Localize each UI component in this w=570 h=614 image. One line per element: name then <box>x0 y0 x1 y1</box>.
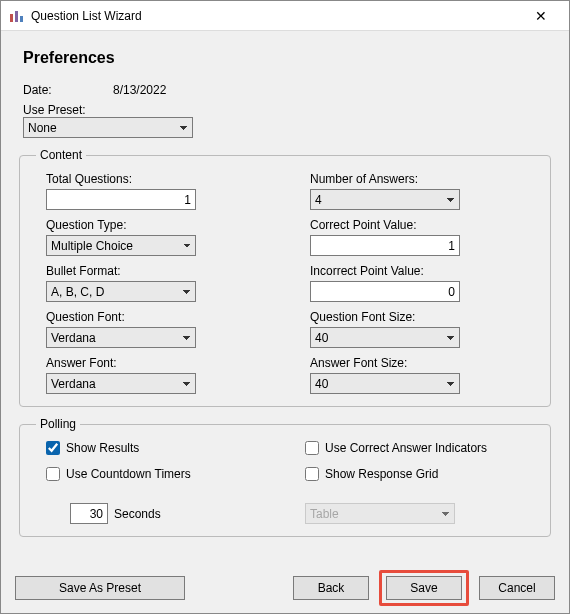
countdown-row[interactable]: Use Countdown Timers <box>46 467 275 481</box>
date-value: 8/13/2022 <box>113 83 166 97</box>
window-title: Question List Wizard <box>31 9 521 23</box>
meta-block: Date: 8/13/2022 Use Preset: None <box>23 83 551 138</box>
answer-font-size-select[interactable]: 40 <box>310 373 460 394</box>
grid-type-select: Table <box>305 503 455 524</box>
titlebar: Question List Wizard ✕ <box>1 1 569 31</box>
date-row: Date: 8/13/2022 <box>23 83 551 97</box>
svg-rect-0 <box>10 14 13 22</box>
incorrect-point-value-input[interactable] <box>310 281 460 302</box>
back-button[interactable]: Back <box>293 576 369 600</box>
number-answers-label: Number of Answers: <box>310 172 534 186</box>
correct-indicators-label: Use Correct Answer Indicators <box>325 441 487 455</box>
question-font-size-select[interactable]: 40 <box>310 327 460 348</box>
content-legend: Content <box>36 148 86 162</box>
incorrect-point-value-label: Incorrect Point Value: <box>310 264 534 278</box>
polling-fieldset: Polling Show Results Use Correct Answer … <box>19 417 551 537</box>
question-font-select[interactable]: Verdana <box>46 327 196 348</box>
polling-legend: Polling <box>36 417 80 431</box>
save-button[interactable]: Save <box>386 576 462 600</box>
question-font-size-label: Question Font Size: <box>310 310 534 324</box>
bullet-format-select[interactable]: A, B, C, D <box>46 281 196 302</box>
page-title: Preferences <box>23 49 551 67</box>
seconds-label: Seconds <box>114 507 161 521</box>
preset-select[interactable]: None <box>23 117 193 138</box>
question-type-select[interactable]: Multiple Choice <box>46 235 196 256</box>
seconds-input[interactable] <box>70 503 108 524</box>
close-button[interactable]: ✕ <box>521 2 561 30</box>
show-results-row[interactable]: Show Results <box>46 441 275 455</box>
preset-label-row: Use Preset: <box>23 103 551 117</box>
save-as-preset-button[interactable]: Save As Preset <box>15 576 185 600</box>
total-questions-label: Total Questions: <box>46 172 270 186</box>
dialog-window: Question List Wizard ✕ Preferences Date:… <box>0 0 570 614</box>
content-area: Preferences Date: 8/13/2022 Use Preset: … <box>1 31 569 563</box>
countdown-label: Use Countdown Timers <box>66 467 191 481</box>
answer-font-label: Answer Font: <box>46 356 270 370</box>
bullet-format-label: Bullet Format: <box>46 264 270 278</box>
number-answers-select[interactable]: 4 <box>310 189 460 210</box>
grid-type-row: Table <box>305 503 534 524</box>
response-grid-checkbox[interactable] <box>305 467 319 481</box>
button-bar: Save As Preset Back Save Cancel <box>1 563 569 613</box>
question-font-label: Question Font: <box>46 310 270 324</box>
correct-indicators-checkbox[interactable] <box>305 441 319 455</box>
correct-point-value-input[interactable] <box>310 235 460 256</box>
content-fieldset: Content Total Questions: Number of Answe… <box>19 148 551 407</box>
answer-font-size-label: Answer Font Size: <box>310 356 534 370</box>
response-grid-label: Show Response Grid <box>325 467 438 481</box>
show-results-label: Show Results <box>66 441 139 455</box>
app-icon <box>9 8 25 24</box>
svg-rect-2 <box>20 16 23 22</box>
question-type-label: Question Type: <box>46 218 270 232</box>
cancel-button[interactable]: Cancel <box>479 576 555 600</box>
answer-font-select[interactable]: Verdana <box>46 373 196 394</box>
save-highlight: Save <box>379 570 469 606</box>
svg-rect-1 <box>15 11 18 22</box>
correct-point-value-label: Correct Point Value: <box>310 218 534 232</box>
seconds-row: Seconds <box>46 503 275 524</box>
countdown-checkbox[interactable] <box>46 467 60 481</box>
response-grid-row[interactable]: Show Response Grid <box>305 467 534 481</box>
correct-indicators-row[interactable]: Use Correct Answer Indicators <box>305 441 534 455</box>
date-label: Date: <box>23 83 113 97</box>
show-results-checkbox[interactable] <box>46 441 60 455</box>
preset-label: Use Preset: <box>23 103 86 117</box>
total-questions-input[interactable] <box>46 189 196 210</box>
close-icon: ✕ <box>535 8 547 24</box>
